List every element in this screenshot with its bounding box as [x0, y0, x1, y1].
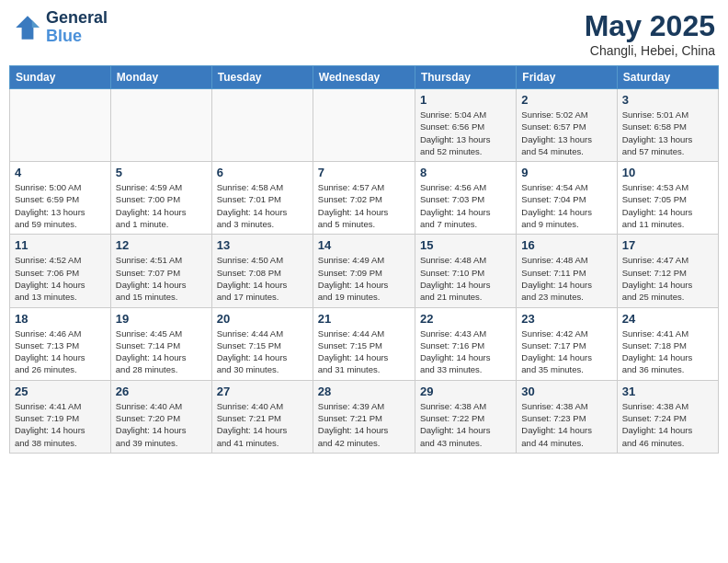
day-info: Sunrise: 4:44 AM Sunset: 7:15 PM Dayligh… [217, 327, 308, 376]
weekday-header-sunday: Sunday [10, 66, 111, 89]
calendar-cell: 11Sunrise: 4:52 AM Sunset: 7:06 PM Dayli… [10, 235, 111, 307]
day-info: Sunrise: 4:47 AM Sunset: 7:12 PM Dayligh… [622, 254, 713, 303]
day-number: 23 [521, 312, 611, 326]
calendar-cell: 21Sunrise: 4:44 AM Sunset: 7:15 PM Dayli… [313, 307, 415, 380]
day-number: 12 [116, 238, 207, 252]
day-number: 4 [15, 166, 106, 179]
calendar-cell: 9Sunrise: 4:54 AM Sunset: 7:04 PM Daylig… [517, 162, 617, 235]
weekday-header-monday: Monday [110, 66, 211, 89]
week-row-1: 1Sunrise: 5:04 AM Sunset: 6:56 PM Daylig… [10, 89, 719, 162]
logo: General Blue [13, 9, 108, 46]
calendar-cell: 13Sunrise: 4:50 AM Sunset: 7:08 PM Dayli… [211, 235, 313, 307]
calendar-cell: 24Sunrise: 4:41 AM Sunset: 7:18 PM Dayli… [617, 307, 718, 380]
weekday-header-saturday: Saturday [617, 66, 718, 89]
week-row-5: 25Sunrise: 4:41 AM Sunset: 7:19 PM Dayli… [10, 380, 719, 453]
svg-marker-1 [32, 20, 40, 28]
day-info: Sunrise: 4:41 AM Sunset: 7:18 PM Dayligh… [622, 327, 713, 376]
calendar-cell: 6Sunrise: 4:58 AM Sunset: 7:01 PM Daylig… [211, 162, 313, 235]
calendar-cell: 2Sunrise: 5:02 AM Sunset: 6:57 PM Daylig… [517, 89, 617, 162]
day-info: Sunrise: 5:04 AM Sunset: 6:56 PM Dayligh… [420, 109, 511, 157]
day-info: Sunrise: 4:51 AM Sunset: 7:07 PM Dayligh… [116, 254, 207, 303]
week-row-4: 18Sunrise: 4:46 AM Sunset: 7:13 PM Dayli… [10, 307, 719, 380]
weekday-header-thursday: Thursday [415, 66, 516, 89]
calendar-cell: 22Sunrise: 4:43 AM Sunset: 7:16 PM Dayli… [415, 307, 516, 380]
calendar-cell: 29Sunrise: 4:38 AM Sunset: 7:22 PM Dayli… [415, 380, 516, 453]
day-info: Sunrise: 4:59 AM Sunset: 7:00 PM Dayligh… [116, 181, 207, 230]
month-title: May 2025 [585, 9, 715, 43]
calendar-cell: 31Sunrise: 4:38 AM Sunset: 7:24 PM Dayli… [617, 380, 718, 453]
calendar-cell [110, 89, 211, 162]
day-number: 24 [622, 312, 713, 326]
calendar-cell: 10Sunrise: 4:53 AM Sunset: 7:05 PM Dayli… [617, 162, 718, 235]
calendar-cell [211, 89, 313, 162]
day-info: Sunrise: 4:56 AM Sunset: 7:03 PM Dayligh… [420, 181, 511, 230]
day-number: 2 [521, 93, 611, 107]
day-number: 25 [15, 385, 106, 398]
day-info: Sunrise: 4:38 AM Sunset: 7:22 PM Dayligh… [420, 400, 511, 449]
day-info: Sunrise: 4:54 AM Sunset: 7:04 PM Dayligh… [521, 181, 611, 230]
calendar-cell: 7Sunrise: 4:57 AM Sunset: 7:02 PM Daylig… [313, 162, 415, 235]
day-number: 9 [521, 166, 611, 179]
day-info: Sunrise: 4:53 AM Sunset: 7:05 PM Dayligh… [622, 181, 713, 230]
calendar-cell: 15Sunrise: 4:48 AM Sunset: 7:10 PM Dayli… [415, 235, 516, 307]
day-info: Sunrise: 4:48 AM Sunset: 7:10 PM Dayligh… [420, 254, 511, 303]
day-number: 26 [116, 385, 207, 398]
calendar-cell: 20Sunrise: 4:44 AM Sunset: 7:15 PM Dayli… [211, 307, 313, 380]
day-info: Sunrise: 4:42 AM Sunset: 7:17 PM Dayligh… [521, 327, 611, 376]
day-number: 16 [521, 238, 611, 252]
day-info: Sunrise: 4:38 AM Sunset: 7:24 PM Dayligh… [622, 400, 713, 449]
calendar-cell: 5Sunrise: 4:59 AM Sunset: 7:00 PM Daylig… [110, 162, 211, 235]
logo-text: General Blue [46, 9, 108, 46]
day-number: 31 [622, 385, 713, 398]
day-number: 21 [318, 312, 410, 326]
weekday-header-tuesday: Tuesday [211, 66, 313, 89]
weekday-header-friday: Friday [517, 66, 617, 89]
day-number: 29 [420, 385, 511, 398]
day-number: 3 [622, 93, 713, 107]
day-info: Sunrise: 4:39 AM Sunset: 7:21 PM Dayligh… [318, 400, 410, 449]
location-subtitle: Changli, Hebei, China [585, 43, 715, 58]
calendar-cell [313, 89, 415, 162]
day-number: 14 [318, 238, 410, 252]
day-number: 22 [420, 312, 511, 326]
day-number: 6 [217, 166, 308, 179]
calendar-cell: 27Sunrise: 4:40 AM Sunset: 7:21 PM Dayli… [211, 380, 313, 453]
day-info: Sunrise: 4:58 AM Sunset: 7:01 PM Dayligh… [217, 181, 308, 230]
week-row-3: 11Sunrise: 4:52 AM Sunset: 7:06 PM Dayli… [10, 235, 719, 307]
day-number: 13 [217, 238, 308, 252]
day-number: 30 [521, 385, 611, 398]
day-number: 1 [420, 93, 511, 107]
day-number: 10 [622, 166, 713, 179]
day-number: 17 [622, 238, 713, 252]
day-number: 19 [116, 312, 207, 326]
calendar-cell: 14Sunrise: 4:49 AM Sunset: 7:09 PM Dayli… [313, 235, 415, 307]
weekday-header-wednesday: Wednesday [313, 66, 415, 89]
day-info: Sunrise: 4:38 AM Sunset: 7:23 PM Dayligh… [521, 400, 611, 449]
day-info: Sunrise: 4:52 AM Sunset: 7:06 PM Dayligh… [15, 254, 106, 303]
day-number: 5 [116, 166, 207, 179]
day-info: Sunrise: 4:49 AM Sunset: 7:09 PM Dayligh… [318, 254, 410, 303]
title-block: May 2025 Changli, Hebei, China [585, 9, 715, 58]
day-info: Sunrise: 4:46 AM Sunset: 7:13 PM Dayligh… [15, 327, 106, 376]
calendar-table: SundayMondayTuesdayWednesdayThursdayFrid… [9, 65, 719, 454]
day-number: 28 [318, 385, 410, 398]
calendar-cell: 18Sunrise: 4:46 AM Sunset: 7:13 PM Dayli… [10, 307, 111, 380]
day-number: 8 [420, 166, 511, 179]
day-number: 20 [217, 312, 308, 326]
calendar-cell [10, 89, 111, 162]
calendar-cell: 23Sunrise: 4:42 AM Sunset: 7:17 PM Dayli… [517, 307, 617, 380]
day-number: 18 [15, 312, 106, 326]
calendar-cell: 3Sunrise: 5:01 AM Sunset: 6:58 PM Daylig… [617, 89, 718, 162]
day-info: Sunrise: 4:43 AM Sunset: 7:16 PM Dayligh… [420, 327, 511, 376]
day-info: Sunrise: 4:48 AM Sunset: 7:11 PM Dayligh… [521, 254, 611, 303]
day-info: Sunrise: 4:50 AM Sunset: 7:08 PM Dayligh… [217, 254, 308, 303]
logo-icon [13, 13, 42, 42]
weekday-header-row: SundayMondayTuesdayWednesdayThursdayFrid… [10, 66, 719, 89]
day-info: Sunrise: 4:40 AM Sunset: 7:21 PM Dayligh… [217, 400, 308, 449]
calendar-cell: 16Sunrise: 4:48 AM Sunset: 7:11 PM Dayli… [517, 235, 617, 307]
calendar-cell: 1Sunrise: 5:04 AM Sunset: 6:56 PM Daylig… [415, 89, 516, 162]
day-info: Sunrise: 4:40 AM Sunset: 7:20 PM Dayligh… [116, 400, 207, 449]
calendar-cell: 19Sunrise: 4:45 AM Sunset: 7:14 PM Dayli… [110, 307, 211, 380]
calendar-cell: 8Sunrise: 4:56 AM Sunset: 7:03 PM Daylig… [415, 162, 516, 235]
day-number: 11 [15, 238, 106, 252]
